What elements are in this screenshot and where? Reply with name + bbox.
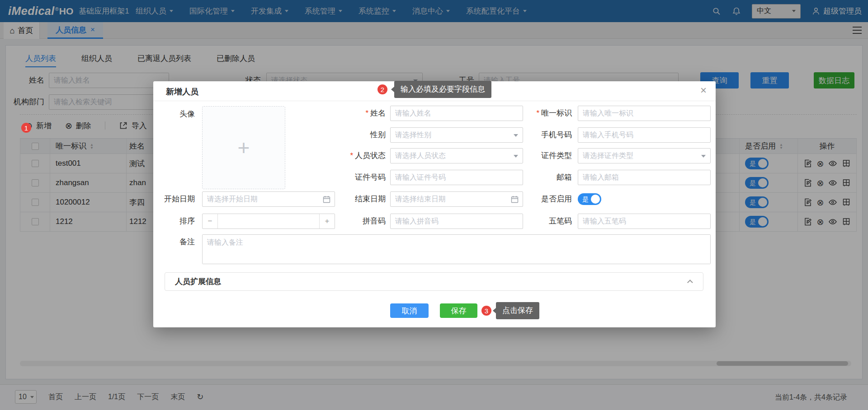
- cancel-button[interactable]: 取消: [390, 303, 429, 318]
- app-window: iMedical ® HO 基础应用框架1 组织人员 国际化管理 开发集成 系统…: [0, 0, 868, 410]
- start-date-label: 开始日期: [153, 191, 195, 207]
- cert-type-label: 证件类型: [498, 148, 572, 163]
- guide-step-2-tooltip: 输入必填及必要字段信息: [394, 81, 491, 98]
- guide-step-2-badge: 2: [377, 84, 387, 94]
- phone-label: 手机号码: [498, 127, 572, 143]
- modal-title: 新增人员: [166, 86, 198, 97]
- phone-input[interactable]: [578, 127, 711, 143]
- guide-step-1-badge: 1: [21, 123, 31, 133]
- minus-button[interactable]: −: [203, 214, 218, 228]
- guide-step-3-badge: 3: [481, 306, 491, 316]
- toggle-on-label: 是: [582, 195, 589, 203]
- end-date-label: 结束日期: [312, 191, 386, 207]
- cert-type-select[interactable]: 请选择证件类型: [578, 148, 711, 163]
- extension-section-header[interactable]: 人员扩展信息: [165, 272, 703, 291]
- wubi-label: 五笔码: [498, 214, 572, 229]
- close-icon[interactable]: ×: [700, 85, 707, 96]
- remark-label: 备注: [153, 234, 195, 250]
- avatar-upload[interactable]: +: [202, 106, 285, 189]
- email-input[interactable]: [578, 170, 711, 185]
- plus-icon: +: [238, 135, 250, 160]
- email-label: 邮箱: [498, 170, 572, 185]
- enabled-label: 是否启用: [498, 191, 572, 207]
- required-mark: *: [350, 151, 353, 160]
- name-label: *姓名: [312, 106, 386, 121]
- toggle-knob: [591, 195, 600, 204]
- extension-title: 人员扩展信息: [175, 276, 221, 287]
- chevron-down-icon: [701, 155, 706, 158]
- enabled-toggle[interactable]: 是: [578, 193, 601, 205]
- uid-input[interactable]: [578, 106, 711, 121]
- status-label: *人员状态: [312, 148, 386, 163]
- save-button[interactable]: 保存: [440, 303, 477, 318]
- wubi-input[interactable]: [578, 214, 711, 229]
- sort-label: 排序: [153, 214, 195, 229]
- remark-textarea[interactable]: [202, 234, 711, 264]
- required-mark: *: [536, 109, 539, 117]
- avatar-label: 头像: [153, 107, 195, 122]
- chevron-up-icon: [687, 280, 693, 285]
- cert-no-label: 证件号码: [312, 170, 386, 185]
- add-personnel-modal: 新增人员 × 头像 + *姓名 *唯一标识 性别 请选择性别 手机号码 *人员状…: [153, 81, 716, 327]
- guide-step-3-tooltip: 点击保存: [496, 302, 539, 319]
- required-mark: *: [365, 109, 368, 117]
- sort-input: [218, 214, 319, 228]
- pinyin-label: 拼音码: [312, 214, 386, 229]
- gender-label: 性别: [312, 127, 386, 143]
- uid-label: *唯一标识: [498, 106, 572, 121]
